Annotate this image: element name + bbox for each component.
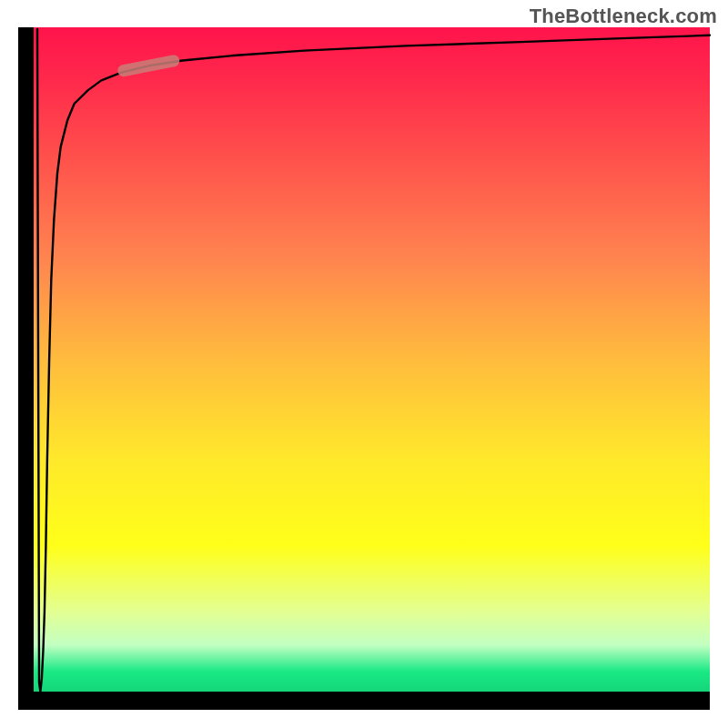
plot-area <box>18 27 710 710</box>
bottleneck-curve <box>37 29 710 692</box>
chart-frame: TheBottleneck.com <box>0 0 728 728</box>
watermark-text: TheBottleneck.com <box>530 5 717 28</box>
highlight-marker <box>124 61 174 71</box>
curve-svg <box>18 27 710 710</box>
